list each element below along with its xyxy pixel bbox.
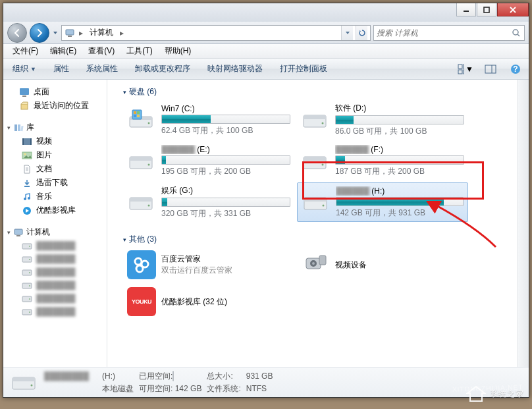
- nav-computer-header[interactable]: ▾计算机: [3, 225, 107, 239]
- help-button[interactable]: ?: [508, 61, 523, 77]
- svg-point-43: [29, 298, 30, 300]
- system-properties-button[interactable]: 系统属性: [82, 61, 122, 77]
- nav-recent[interactable]: 最近访问的位置: [3, 99, 107, 113]
- svg-point-24: [24, 153, 26, 155]
- svg-rect-0: [464, 11, 469, 12]
- nav-documents[interactable]: 文档: [3, 162, 107, 176]
- refresh-button[interactable]: [356, 26, 367, 40]
- svg-rect-18: [18, 124, 20, 131]
- breadcrumb[interactable]: ▸ 计算机 ▸: [61, 25, 371, 41]
- status-total-label: 总大小:: [207, 371, 240, 382]
- chevron-right-icon: ▸: [78, 28, 84, 38]
- address-dropdown[interactable]: [341, 26, 353, 40]
- map-network-drive-button[interactable]: 映射网络驱动器: [203, 61, 267, 77]
- drive-item[interactable]: ██████ (E:)195 GB 可用，共 200 GB: [123, 142, 294, 180]
- svg-line-5: [518, 34, 519, 36]
- svg-rect-17: [14, 124, 17, 131]
- command-bar: 组织▼ 属性 系统属性 卸载或更改程序 映射网络驱动器 打开控制面板 ▼ ?: [3, 59, 529, 80]
- preview-pane-button[interactable]: [483, 61, 498, 77]
- menu-tools[interactable]: 工具(T): [121, 43, 157, 59]
- svg-point-74: [312, 262, 315, 265]
- menu-view[interactable]: 查看(V): [83, 43, 120, 59]
- view-options-button[interactable]: ▼: [458, 61, 473, 77]
- status-fs-label: 文件系统:: [207, 383, 240, 395]
- svg-text:?: ?: [513, 65, 518, 74]
- titlebar: [3, 3, 529, 22]
- svg-point-30: [28, 197, 30, 200]
- nav-libraries-header[interactable]: ▾库: [3, 121, 107, 134]
- nav-drive-label: ███████: [36, 294, 76, 303]
- nav-drive-item[interactable]: ███████: [3, 252, 107, 265]
- open-control-panel-button[interactable]: 打开控制面板: [276, 61, 331, 77]
- drive-icon: [127, 109, 156, 131]
- search-input[interactable]: [377, 28, 511, 38]
- svg-rect-6: [458, 65, 462, 68]
- menu-file[interactable]: 文件(F): [7, 43, 43, 59]
- address-bar: ▸ 计算机 ▸: [3, 22, 529, 44]
- svg-point-48: [148, 123, 150, 124]
- maximize-button[interactable]: [477, 3, 496, 16]
- nav-back-button[interactable]: [7, 23, 27, 43]
- chevron-down-icon: ▾: [123, 236, 126, 243]
- drive-usage-bar: [161, 155, 290, 165]
- status-fs-value: NTFS: [246, 384, 273, 393]
- nav-drive-item[interactable]: ███████: [3, 239, 107, 252]
- properties-button[interactable]: 属性: [49, 61, 73, 77]
- nav-videos[interactable]: 视频: [3, 134, 107, 148]
- menu-edit[interactable]: 编辑(E): [45, 43, 82, 59]
- nav-desktop[interactable]: 桌面: [3, 85, 107, 99]
- other-item[interactable]: 视频设备: [297, 248, 468, 282]
- other-item[interactable]: YOUKU优酷影视库 (32 位): [123, 285, 294, 319]
- svg-point-29: [24, 198, 26, 200]
- nav-drive-label: ███████: [36, 281, 76, 290]
- section-other-header[interactable]: ▾其他 (3): [123, 231, 511, 248]
- close-button[interactable]: [497, 3, 529, 16]
- svg-rect-15: [22, 95, 26, 97]
- svg-rect-67: [304, 198, 327, 202]
- drive-item[interactable]: 娱乐 (G:)320 GB 可用，共 331 GB: [123, 182, 294, 222]
- uninstall-programs-button[interactable]: 卸载或更改程序: [131, 61, 194, 77]
- search-box[interactable]: [373, 25, 525, 41]
- drive-name: ██████ (E:): [161, 145, 290, 154]
- breadcrumb-segment[interactable]: 计算机: [87, 26, 116, 40]
- svg-rect-53: [137, 115, 140, 117]
- drive-icon: [22, 254, 32, 264]
- nav-xunlei[interactable]: 迅雷下载: [3, 176, 107, 190]
- organize-button[interactable]: 组织▼: [9, 61, 40, 77]
- drive-item[interactable]: ██████ (H:)142 GB 可用，共 931 GB: [297, 182, 468, 222]
- menu-help[interactable]: 帮助(H): [159, 43, 197, 59]
- svg-rect-75: [319, 256, 326, 265]
- explorer-window: ▸ 计算机 ▸ 文件(F) 编辑(E) 查看(V) 工具(T) 帮助(H) 组织…: [3, 3, 529, 398]
- svg-rect-14: [20, 88, 29, 95]
- nav-forward-button[interactable]: [30, 23, 49, 43]
- picture-icon: [22, 150, 32, 161]
- drive-icon: [22, 240, 32, 251]
- chevron-right-icon: ▸: [119, 28, 125, 38]
- nav-drive-item[interactable]: ███████: [3, 279, 107, 292]
- nav-drive-item[interactable]: ███████: [3, 265, 107, 279]
- nav-pictures[interactable]: 图片: [3, 148, 107, 162]
- drive-usage-bar: [336, 197, 464, 206]
- content-scrollbar[interactable]: [518, 80, 529, 367]
- drive-item[interactable]: ██████ (F:)187 GB 可用，共 200 GB: [297, 142, 468, 180]
- svg-point-45: [29, 312, 30, 313]
- drive-icon: [127, 191, 156, 213]
- status-free-label: 可用空间:: [139, 384, 173, 393]
- minimize-button[interactable]: [456, 3, 476, 16]
- drive-item[interactable]: Win7 (C:)62.4 GB 可用，共 100 GB: [123, 100, 294, 140]
- section-drives-header[interactable]: ▾硬盘 (6): [123, 84, 511, 100]
- nav-drive-item[interactable]: ███████: [3, 305, 107, 318]
- drive-item[interactable]: 软件 (D:)86.0 GB 可用，共 100 GB: [297, 100, 468, 140]
- drive-stats: 142 GB 可用，共 931 GB: [336, 207, 464, 219]
- nav-music[interactable]: 音乐: [3, 190, 107, 204]
- nav-drive-item[interactable]: ███████: [3, 292, 107, 305]
- other-item[interactable]: 百度云管家双击运行百度云管家: [123, 248, 294, 282]
- status-drive-letter: (H:): [102, 371, 134, 381]
- svg-rect-28: [24, 186, 30, 187]
- drive-usage-bar: [335, 115, 464, 124]
- item-name: 视频设备: [335, 259, 367, 271]
- nav-youku[interactable]: 优酷影视库: [3, 204, 107, 217]
- nav-history-dropdown[interactable]: [52, 28, 59, 38]
- svg-point-71: [136, 265, 143, 272]
- svg-rect-2: [66, 30, 74, 35]
